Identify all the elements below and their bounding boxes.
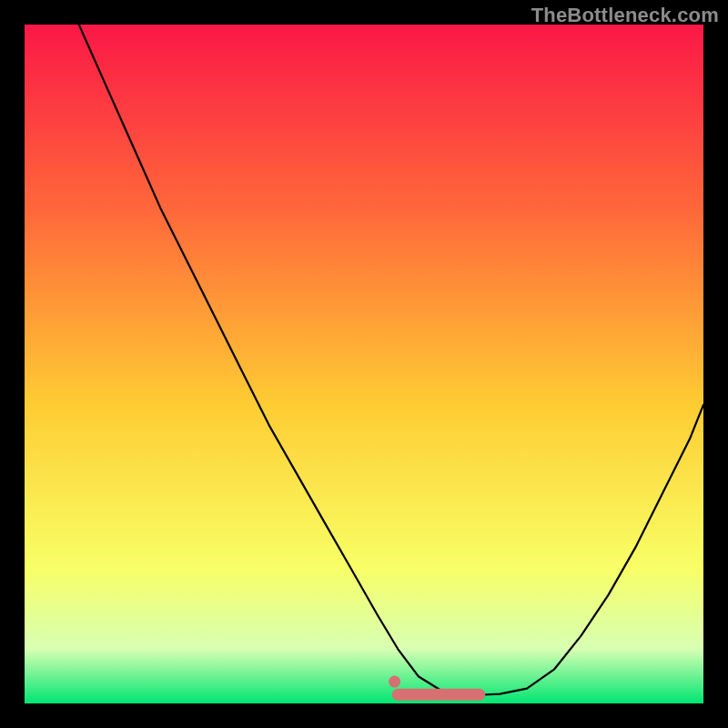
gradient-background: [25, 25, 703, 703]
chart-frame: TheBottleneck.com: [0, 0, 728, 728]
chart-svg: [25, 25, 703, 703]
plot-area: [25, 25, 703, 703]
minimum-point-dot: [389, 676, 400, 688]
